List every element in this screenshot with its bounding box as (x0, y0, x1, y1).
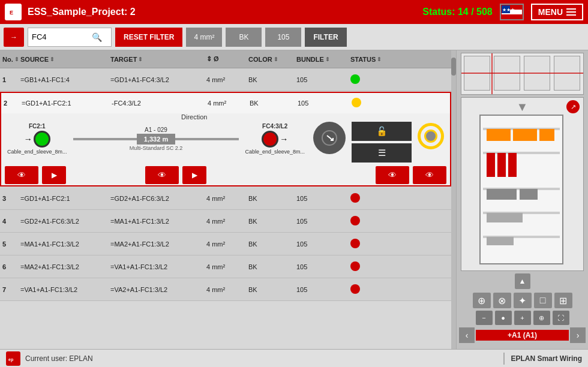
table-row[interactable]: 7 =VA1+A1-FC1:3/L2 =VA2+A1-FC1:3/L2 4 mm… (0, 278, 451, 301)
table-row[interactable]: 1 =GB1+A1-FC1:4 =GD1+A1-FC4:3/L2 4 mm² B… (0, 68, 451, 91)
cell-diameter: 4 mm² (206, 286, 248, 293)
col-no[interactable]: No. ⇕ (2, 56, 20, 63)
component-orange-3 (539, 129, 554, 141)
filter-tag-bundle[interactable]: 105 (265, 28, 301, 47)
direction-btn-area (313, 122, 346, 154)
component-red-3 (508, 153, 517, 177)
status-large-circle (418, 123, 444, 149)
cell-target: =VA2+A1-FC1:3/L2 (110, 286, 206, 293)
unlock-button[interactable]: 🔓 (352, 122, 412, 141)
panel-btn-reset[interactable]: ⊗ (493, 293, 511, 308)
panel-btn-minus[interactable]: − (476, 311, 493, 325)
component-orange-2 (513, 129, 537, 141)
scrollbar-thumb[interactable] (451, 58, 456, 76)
col-color[interactable]: COLOR ⇕ (248, 56, 296, 63)
header: E ESS_Sample_Project: 2 Status: 14 / 508… (0, 0, 588, 24)
left-arrow-icon: → (24, 134, 32, 144)
cell-diameter: 4 mm² (206, 263, 248, 270)
panel-btn-expand[interactable]: ⊞ (554, 293, 572, 308)
right-panel: ▼ ↗ (456, 50, 588, 349)
cell-status (350, 239, 404, 249)
table-rows: 1 =GB1+A1-FC1:4 =GD1+A1-FC4:3/L2 4 mm² B… (0, 68, 451, 349)
nav-badge[interactable]: ↗ (566, 100, 580, 113)
sort-source-icon: ⇕ (50, 56, 55, 62)
filter-button[interactable]: FILTER (305, 28, 346, 47)
right-caption: Cable_end_sleeve_8m... (245, 149, 305, 155)
panel-btn-circle[interactable]: ● (495, 311, 512, 325)
nav-up-button[interactable]: ▲ (515, 273, 530, 289)
col-diameter[interactable]: ⇕ Ø (206, 55, 248, 63)
table-row[interactable]: 4 =GD2+A1-FC6:3/L2 =MA1+A1-FC1:3/L2 4 mm… (0, 210, 451, 233)
col-bundle[interactable]: BUNDLE ⇕ (296, 56, 350, 63)
play-btn-left-1[interactable]: ▶ (42, 166, 66, 184)
list-button[interactable]: ☰ (352, 143, 412, 163)
sort-status-icon: ⇕ (377, 56, 382, 62)
panel-btn-plus[interactable]: + (514, 311, 531, 325)
cell-diameter: 4 mm² (206, 240, 248, 248)
eye-btn-left-1[interactable]: 👁 (5, 166, 38, 184)
cell-status (350, 193, 404, 204)
flag-button[interactable]: ★★★ (500, 4, 524, 20)
col-status[interactable]: STATUS ⇕ (350, 56, 404, 63)
eye-btn-left-2[interactable]: 👁 (145, 166, 179, 184)
panel-btn-square[interactable]: □ (534, 293, 552, 308)
cell-no: 1 (2, 76, 20, 83)
panel-btn-cross[interactable]: ⊕ (533, 311, 550, 325)
table-row[interactable]: 3 =GD1+A1-FC2:1 =GD2+A1-FC6:3/L2 4 mm² B… (0, 187, 451, 210)
column-headers: No. ⇕ SOURCE ⇕ TARGET ⇕ ⇕ Ø COLOR ⇕ BUND… (0, 50, 451, 68)
status-dot-red (350, 216, 360, 225)
play-btn-left-2[interactable]: ▶ (182, 166, 206, 184)
cell-target: =GD2+A1-FC6:3/L2 (110, 195, 206, 202)
direction-icon (321, 130, 338, 146)
col-source[interactable]: SOURCE ⇕ (20, 56, 110, 63)
cell-source: =GD2+A1-FC6:3/L2 (20, 218, 110, 225)
panel-nav-prev[interactable]: ‹ (459, 327, 475, 343)
component-gray-2 (520, 189, 538, 200)
cell-source-2: =GD1+A1-FC2:1 (22, 100, 112, 107)
menu-button[interactable]: MENU (531, 4, 583, 20)
current-user: Current user: EPLAN (25, 354, 497, 363)
cell-no: 6 (2, 263, 20, 270)
cell-source: =GB1+A1-FC1:4 (20, 76, 110, 83)
search-icon[interactable]: 🔍 (92, 32, 102, 42)
reset-filter-button[interactable]: RESET FILTER (115, 28, 182, 47)
status-separator: / (471, 7, 476, 17)
cell-status (350, 216, 404, 227)
table-row[interactable]: 6 =MA2+A1-FC1:3/L2 =VA1+A1-FC1:3/L2 4 mm… (0, 255, 451, 278)
filter-tag-diameter[interactable]: 4 mm² (186, 28, 222, 47)
svg-rect-4 (502, 14, 522, 19)
cell-color: BK (248, 240, 296, 248)
nav-back-button[interactable]: → (4, 28, 24, 47)
panel-btn-zoom-out[interactable]: ✦ (514, 293, 532, 308)
panel-btn-zoom-in[interactable]: ⊕ (473, 293, 491, 308)
search-input[interactable] (32, 32, 92, 41)
col-target[interactable]: TARGET ⇕ (110, 56, 206, 63)
expanded-row-header[interactable]: 2 =GD1+A1-FC2:1 -FC4:3/L2 4 mm² BK 105 (1, 93, 450, 113)
cell-source: =VA1+A1-FC1:3/L2 (20, 286, 110, 293)
scroll-down-arrow[interactable]: ▼ (517, 100, 529, 114)
left-endpoint: FC2:1 → Cable_end_sleeve_8m... (7, 123, 67, 155)
right-endpoint: FC4:3/L2 → Cable_end_sleeve_8m... (245, 123, 305, 155)
filter-tag-color[interactable]: BK (226, 28, 262, 47)
endpoint-label: A1 - 029 (145, 127, 167, 133)
table-row[interactable]: 5 =MA1+A1-FC1:3/L2 =MA2+A1-FC1:3/L2 4 mm… (0, 233, 451, 255)
cell-bundle-2: 105 (298, 100, 352, 107)
wire-type-label: Multi-Standard SC 2.2 (130, 145, 183, 151)
component-gray-3 (487, 213, 523, 222)
cell-target: =MA1+A1-FC1:3/L2 (110, 218, 206, 225)
sort-no-icon: ⇕ (14, 56, 19, 62)
panel-nav-label[interactable]: +A1 (A1) (476, 330, 569, 341)
eye-btn-right-1[interactable]: 👁 (376, 166, 409, 184)
direction-button[interactable] (313, 122, 346, 154)
panel-btn-fullscreen[interactable]: ⛶ (553, 311, 569, 325)
bottom-bar: ep Current user: EPLAN EPLAN Smart Wirin… (0, 349, 588, 367)
cell-status-2 (352, 98, 406, 109)
component-red-1 (487, 153, 495, 177)
eye-btn-right-2[interactable]: 👁 (413, 166, 446, 184)
cell-no: 7 (2, 286, 20, 293)
panel-nav-next[interactable]: › (570, 327, 586, 343)
scrollbar[interactable] (451, 50, 456, 349)
cell-bundle: 105 (296, 286, 350, 293)
cell-diameter-2: 4 mm² (208, 100, 250, 107)
right-wire-circle (262, 131, 278, 148)
